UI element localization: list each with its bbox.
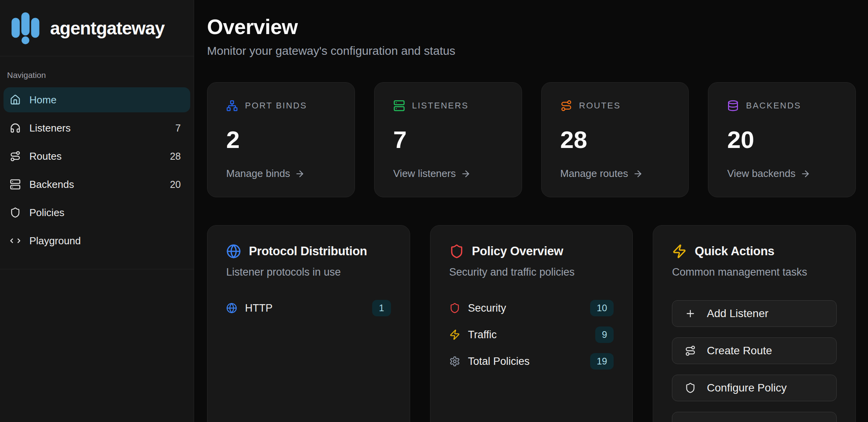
sidebar-item-playground[interactable]: Playground bbox=[4, 228, 190, 253]
stat-label: LISTENERS bbox=[412, 101, 469, 111]
sidebar-item-count: 28 bbox=[170, 151, 181, 162]
protocol-row-http: HTTP 1 bbox=[226, 300, 391, 316]
server-icon bbox=[10, 179, 21, 190]
zap-icon bbox=[672, 244, 687, 259]
stat-label: ROUTES bbox=[579, 101, 621, 111]
sidebar-item-backends[interactable]: Backends 20 bbox=[4, 172, 190, 197]
sidebar-item-home[interactable]: Home bbox=[4, 87, 190, 112]
stat-link-label: Manage binds bbox=[226, 168, 290, 180]
policy-row-traffic: Traffic 9 bbox=[449, 327, 614, 343]
create-route-button[interactable]: Create Route bbox=[672, 337, 837, 364]
stat-link-label: Manage routes bbox=[560, 168, 628, 180]
stat-card-header: ROUTES bbox=[560, 100, 670, 112]
route-icon bbox=[685, 345, 696, 356]
stat-value: 20 bbox=[727, 126, 837, 153]
sidebar-item-label: Policies bbox=[29, 207, 65, 219]
server-icon bbox=[393, 100, 405, 112]
card-header: Quick Actions bbox=[672, 243, 837, 260]
policy-overview-card: Policy Overview Security and traffic pol… bbox=[430, 225, 633, 422]
shield-icon bbox=[449, 303, 460, 314]
sidebar-item-label: Home bbox=[29, 94, 56, 106]
card-subtitle: Common management tasks bbox=[672, 265, 837, 279]
stat-card-routes: ROUTES 28 Manage routes bbox=[541, 82, 689, 197]
sidebar-item-count: 20 bbox=[170, 179, 181, 190]
stat-card-header: LISTENERS bbox=[393, 100, 503, 112]
logo-text: agentgateway bbox=[50, 18, 164, 39]
button-label: Add Listener bbox=[707, 307, 768, 320]
stat-link-label: View backends bbox=[727, 168, 795, 180]
stat-link-label: View listeners bbox=[393, 168, 456, 180]
shield-icon bbox=[685, 382, 696, 393]
policy-row-total: Total Policies 19 bbox=[449, 353, 614, 369]
card-title: Protocol Distribution bbox=[249, 244, 367, 258]
headphones-icon bbox=[10, 123, 21, 133]
shield-icon bbox=[449, 244, 464, 259]
shield-icon bbox=[10, 207, 21, 218]
stat-card-port-binds: PORT BINDS 2 Manage binds bbox=[207, 82, 355, 197]
manage-binds-link[interactable]: Manage binds bbox=[226, 168, 336, 180]
policy-count-badge: 10 bbox=[590, 300, 614, 316]
zap-icon bbox=[449, 329, 460, 340]
stat-card-header: BACKENDS bbox=[727, 100, 837, 112]
button-label: Create Route bbox=[707, 344, 772, 357]
app-logo[interactable]: agentgateway bbox=[0, 0, 194, 56]
stat-value: 7 bbox=[393, 126, 503, 153]
card-subtitle: Listener protocols in use bbox=[226, 265, 391, 279]
manage-routes-link[interactable]: Manage routes bbox=[560, 168, 670, 180]
protocol-list: HTTP 1 bbox=[226, 300, 391, 316]
globe-icon bbox=[226, 244, 241, 259]
route-icon bbox=[10, 151, 21, 162]
stat-value: 2 bbox=[226, 126, 336, 153]
sidebar-item-label: Playground bbox=[29, 235, 81, 247]
code-icon bbox=[10, 235, 21, 246]
sidebar-item-routes[interactable]: Routes 28 bbox=[4, 144, 190, 169]
policy-count-badge: 9 bbox=[595, 326, 614, 343]
sidebar-item-listeners[interactable]: Listeners 7 bbox=[4, 115, 190, 141]
stat-label: BACKENDS bbox=[746, 101, 801, 111]
stat-card-backends: BACKENDS 20 View backends bbox=[708, 82, 856, 197]
card-subtitle: Security and traffic policies bbox=[449, 265, 614, 279]
card-header: Protocol Distribution bbox=[226, 243, 391, 260]
stat-card-listeners: LISTENERS 7 View listeners bbox=[374, 82, 522, 197]
stat-label: PORT BINDS bbox=[245, 101, 307, 111]
policy-list: Security 10 Traffic 9 Total Policies 19 bbox=[449, 300, 614, 369]
policy-count-badge: 19 bbox=[590, 353, 614, 370]
stats-row: PORT BINDS 2 Manage binds LISTENERS 7 Vi… bbox=[207, 82, 856, 197]
policy-label: Total Policies bbox=[468, 355, 530, 368]
card-header: Policy Overview bbox=[449, 243, 614, 260]
sidebar-item-label: Routes bbox=[29, 150, 61, 162]
sidebar-item-label: Backends bbox=[29, 179, 74, 191]
button-label: Configure Policy bbox=[707, 382, 787, 394]
protocol-count-badge: 1 bbox=[372, 300, 391, 316]
route-icon bbox=[560, 100, 572, 112]
card-title: Policy Overview bbox=[472, 244, 563, 258]
quick-action-button-4[interactable] bbox=[672, 412, 837, 422]
agentgateway-logo-icon bbox=[11, 12, 40, 45]
stat-value: 28 bbox=[560, 126, 670, 153]
policy-row-security: Security 10 bbox=[449, 300, 614, 316]
policy-label: Security bbox=[468, 302, 506, 314]
page-subtitle: Monitor your gateway's configuration and… bbox=[207, 44, 856, 58]
arrow-right-icon bbox=[295, 169, 305, 179]
nav-section-label: Navigation bbox=[7, 70, 190, 80]
add-listener-button[interactable]: Add Listener bbox=[672, 300, 837, 327]
home-icon bbox=[10, 94, 21, 105]
view-backends-link[interactable]: View backends bbox=[727, 168, 837, 180]
sidebar-divider bbox=[0, 269, 194, 269]
globe-icon bbox=[226, 303, 237, 314]
plus-icon bbox=[685, 308, 696, 319]
main-content: Overview Monitor your gateway's configur… bbox=[194, 0, 868, 422]
network-icon bbox=[226, 100, 238, 112]
quick-actions-list: Add Listener Create Route Configure Poli… bbox=[672, 300, 837, 422]
database-icon bbox=[727, 100, 739, 112]
quick-actions-card: Quick Actions Common management tasks Ad… bbox=[653, 225, 856, 422]
arrow-right-icon bbox=[800, 169, 810, 179]
sidebar-item-policies[interactable]: Policies bbox=[4, 200, 190, 225]
arrow-right-icon bbox=[633, 169, 643, 179]
sidebar-nav: Navigation Home Listeners 7 Routes 28 Ba… bbox=[0, 56, 194, 256]
view-listeners-link[interactable]: View listeners bbox=[393, 168, 503, 180]
sidebar-item-label: Listeners bbox=[29, 122, 71, 134]
protocol-distribution-card: Protocol Distribution Listener protocols… bbox=[207, 225, 410, 422]
configure-policy-button[interactable]: Configure Policy bbox=[672, 375, 837, 401]
stat-card-header: PORT BINDS bbox=[226, 100, 336, 112]
